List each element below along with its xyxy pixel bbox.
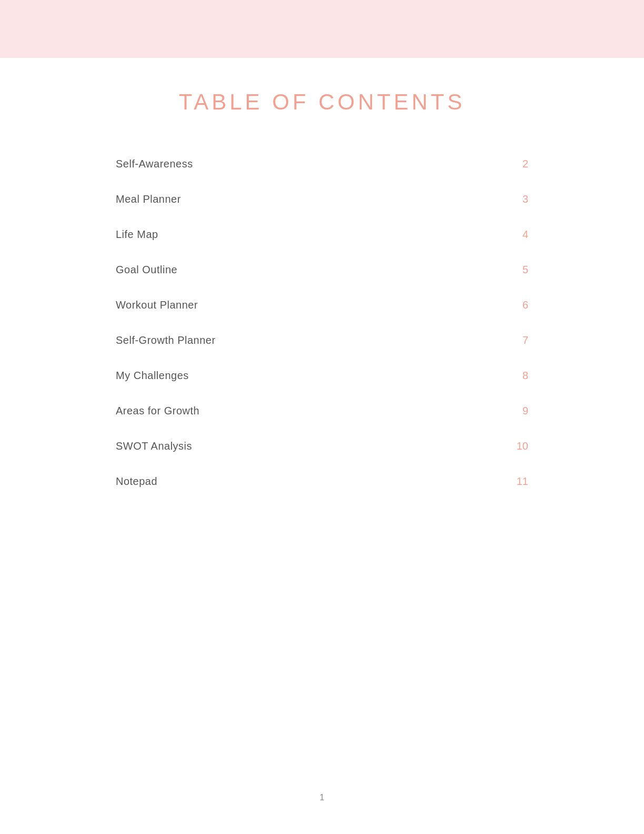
toc-item-areas-for-growth: Areas for Growth 9 xyxy=(116,393,528,429)
toc-item-notepad: Notepad 11 xyxy=(116,464,528,499)
toc-item-my-challenges: My Challenges 8 xyxy=(116,358,528,393)
toc-item-self-awareness: Self-Awareness 2 xyxy=(116,146,528,182)
toc-page-life-map: 4 xyxy=(522,229,528,241)
toc-page-self-growth-planner: 7 xyxy=(522,334,528,346)
toc-label-my-challenges: My Challenges xyxy=(116,370,189,382)
toc-list: Self-Awareness 2 Meal Planner 3 Life Map… xyxy=(116,146,528,499)
toc-item-swot-analysis: SWOT Analysis 10 xyxy=(116,429,528,464)
toc-page-areas-for-growth: 9 xyxy=(522,405,528,417)
toc-label-self-growth-planner: Self-Growth Planner xyxy=(116,334,216,346)
toc-page-swot-analysis: 10 xyxy=(517,440,528,452)
title-section: TABLE OF CONTENTS xyxy=(116,58,528,141)
toc-page-meal-planner: 3 xyxy=(522,193,528,205)
toc-label-life-map: Life Map xyxy=(116,229,158,241)
top-banner xyxy=(0,0,644,58)
toc-page-workout-planner: 6 xyxy=(522,299,528,311)
toc-page-notepad: 11 xyxy=(517,475,528,488)
toc-label-self-awareness: Self-Awareness xyxy=(116,158,193,170)
toc-label-goal-outline: Goal Outline xyxy=(116,264,177,276)
toc-item-self-growth-planner: Self-Growth Planner 7 xyxy=(116,323,528,358)
toc-item-goal-outline: Goal Outline 5 xyxy=(116,252,528,287)
page-content: TABLE OF CONTENTS Self-Awareness 2 Meal … xyxy=(0,58,644,499)
toc-item-life-map: Life Map 4 xyxy=(116,217,528,252)
toc-page-self-awareness: 2 xyxy=(522,158,528,170)
toc-page-goal-outline: 5 xyxy=(522,264,528,276)
toc-label-swot-analysis: SWOT Analysis xyxy=(116,440,192,452)
toc-label-notepad: Notepad xyxy=(116,475,157,488)
toc-label-areas-for-growth: Areas for Growth xyxy=(116,405,199,417)
toc-item-workout-planner: Workout Planner 6 xyxy=(116,287,528,323)
toc-page-my-challenges: 8 xyxy=(522,370,528,382)
toc-item-meal-planner: Meal Planner 3 xyxy=(116,182,528,217)
toc-label-workout-planner: Workout Planner xyxy=(116,299,198,311)
toc-label-meal-planner: Meal Planner xyxy=(116,193,181,205)
page-number: 1 xyxy=(320,793,325,802)
page-title: TABLE OF CONTENTS xyxy=(116,90,528,115)
